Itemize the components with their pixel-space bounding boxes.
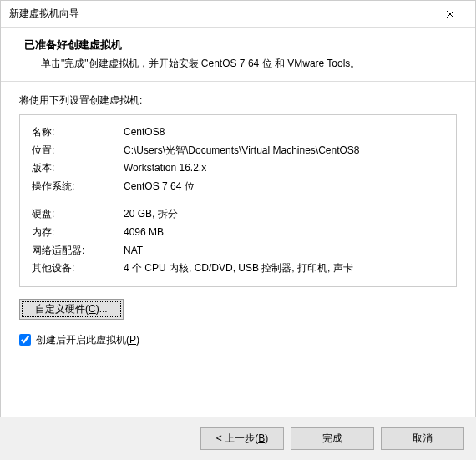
- cancel-button[interactable]: 取消: [381, 427, 464, 450]
- summary-row-location: 位置: C:\Users\光智\Documents\Virtual Machin…: [32, 142, 444, 160]
- intro-text: 将使用下列设置创建虚拟机:: [19, 94, 457, 108]
- label-name: 名称:: [32, 124, 124, 142]
- value-name: CentOS8: [124, 124, 444, 142]
- summary-row-name: 名称: CentOS8: [32, 124, 444, 142]
- titlebar: 新建虚拟机向导: [1, 1, 475, 28]
- summary-row-other: 其他设备: 4 个 CPU 内核, CD/DVD, USB 控制器, 打印机, …: [32, 260, 444, 278]
- value-disk: 20 GB, 拆分: [124, 205, 444, 224]
- label-memory: 内存:: [32, 224, 124, 242]
- poweron-label[interactable]: 创建后开启此虚拟机(P): [36, 333, 139, 347]
- poweron-checkbox-row[interactable]: 创建后开启此虚拟机(P): [19, 333, 457, 347]
- window-title: 新建虚拟机向导: [9, 7, 433, 21]
- summary-row-network: 网络适配器: NAT: [32, 242, 444, 260]
- summary-row-version: 版本: Workstation 16.2.x: [32, 159, 444, 178]
- summary-row-memory: 内存: 4096 MB: [32, 224, 444, 242]
- label-other: 其他设备:: [32, 260, 124, 278]
- label-disk: 硬盘:: [32, 205, 124, 224]
- label-version: 版本:: [32, 159, 124, 178]
- header-title: 已准备好创建虚拟机: [24, 38, 458, 53]
- value-memory: 4096 MB: [124, 224, 444, 242]
- value-other: 4 个 CPU 内核, CD/DVD, USB 控制器, 打印机, 声卡: [124, 260, 444, 278]
- close-icon[interactable]: [433, 3, 467, 26]
- value-os: CentOS 7 64 位: [124, 178, 444, 196]
- summary-box: 名称: CentOS8 位置: C:\Users\光智\Documents\Vi…: [19, 114, 457, 287]
- wizard-footer: < 上一步(B) 完成 取消: [0, 417, 476, 460]
- value-network: NAT: [124, 242, 444, 260]
- summary-row-os: 操作系统: CentOS 7 64 位: [32, 178, 444, 196]
- summary-row-disk: 硬盘: 20 GB, 拆分: [32, 205, 444, 224]
- content-area: 将使用下列设置创建虚拟机: 名称: CentOS8 位置: C:\Users\光…: [1, 82, 475, 356]
- label-network: 网络适配器:: [32, 242, 124, 260]
- value-location: C:\Users\光智\Documents\Virtual Machines\C…: [124, 142, 444, 160]
- value-version: Workstation 16.2.x: [124, 159, 444, 178]
- label-location: 位置:: [32, 142, 124, 160]
- back-button[interactable]: < 上一步(B): [200, 427, 284, 450]
- customize-hardware-button[interactable]: 自定义硬件(C)...: [19, 299, 124, 320]
- wizard-header: 已准备好创建虚拟机 单击"完成"创建虚拟机，并开始安装 CentOS 7 64 …: [1, 28, 475, 82]
- label-os: 操作系统:: [32, 178, 124, 196]
- finish-button[interactable]: 完成: [291, 427, 374, 450]
- poweron-checkbox[interactable]: [19, 334, 31, 346]
- header-description: 单击"完成"创建虚拟机，并开始安装 CentOS 7 64 位 和 VMware…: [24, 56, 458, 71]
